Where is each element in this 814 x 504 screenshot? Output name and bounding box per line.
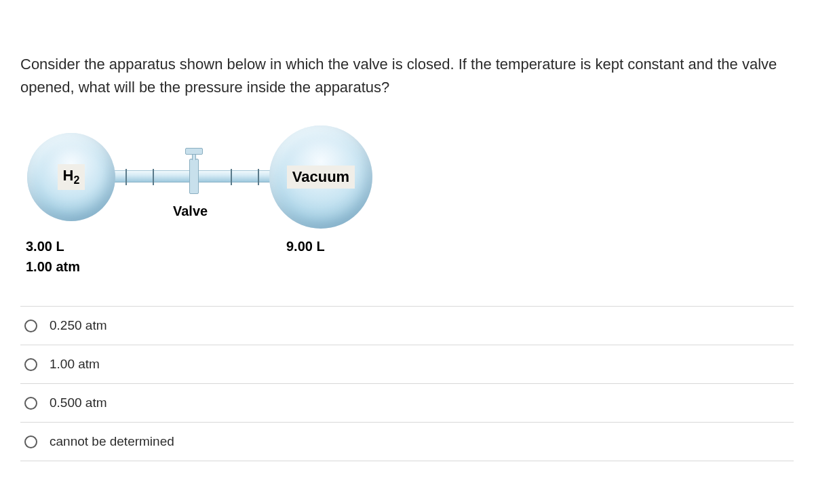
option-row[interactable]: 0.500 atm	[20, 384, 794, 423]
radio-icon[interactable]	[24, 358, 37, 371]
option-label: 0.250 atm	[50, 318, 107, 333]
right-bulb: Vacuum	[269, 125, 372, 229]
valve-label: Valve	[173, 203, 208, 219]
left-volume: 3.00 L	[26, 236, 80, 256]
option-label: 1.00 atm	[50, 357, 100, 372]
tick-mark	[125, 169, 127, 185]
tick-mark	[231, 169, 232, 185]
option-row[interactable]: 0.250 atm	[20, 307, 794, 345]
valve-body	[189, 159, 199, 194]
question-text: Consider the apparatus shown below in wh…	[20, 53, 794, 99]
option-row[interactable]: 1.00 atm	[20, 345, 794, 384]
left-bulb-gas-label: H2	[58, 164, 85, 189]
apparatus-diagram: Valve H2 Vacuum 3.00 L 1.00 atm 9.00 L	[20, 133, 794, 289]
gas-symbol: H	[63, 167, 74, 184]
right-bulb-info: 9.00 L	[286, 236, 325, 256]
right-volume: 9.00 L	[286, 236, 325, 256]
valve-handle	[185, 148, 203, 155]
left-pressure: 1.00 atm	[26, 256, 80, 277]
tick-mark	[153, 169, 154, 185]
radio-icon[interactable]	[24, 319, 37, 332]
left-bulb-info: 3.00 L 1.00 atm	[26, 236, 80, 277]
radio-icon[interactable]	[24, 397, 37, 410]
left-bulb: H2	[27, 133, 115, 221]
radio-icon[interactable]	[24, 435, 37, 448]
right-bulb-label: Vacuum	[287, 166, 355, 189]
gas-subscript: 2	[73, 175, 79, 187]
answer-options: 0.250 atm 1.00 atm 0.500 atm cannot be d…	[20, 306, 794, 461]
option-label: cannot be determined	[50, 434, 174, 449]
option-label: 0.500 atm	[50, 395, 107, 410]
option-row[interactable]: cannot be determined	[20, 423, 794, 461]
tick-mark	[258, 169, 259, 185]
